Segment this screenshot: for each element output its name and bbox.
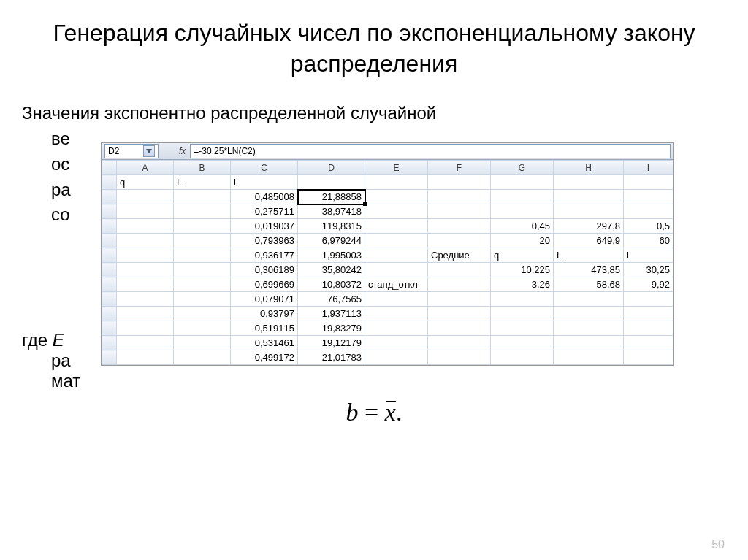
cell[interactable]: 473,85 (554, 263, 624, 277)
cell[interactable] (174, 336, 231, 350)
cell[interactable] (298, 175, 365, 190)
cell[interactable] (491, 190, 554, 204)
cell[interactable]: 0,93797 (231, 307, 298, 321)
row-header[interactable] (102, 190, 117, 204)
cell[interactable] (428, 219, 491, 234)
formula-bar[interactable]: =-30,25*LN(C2) (190, 144, 671, 158)
name-box[interactable]: D2 (104, 144, 159, 158)
cell[interactable]: 21,88858 (298, 190, 365, 204)
cell[interactable] (428, 350, 491, 365)
cell[interactable] (428, 292, 491, 307)
cell[interactable]: 1,995003 (298, 248, 365, 263)
cell[interactable] (491, 321, 554, 336)
cell[interactable] (174, 321, 231, 336)
cell[interactable] (491, 336, 554, 350)
cell[interactable]: 60 (624, 234, 673, 248)
cell[interactable]: 76,7565 (298, 292, 365, 307)
row-header[interactable] (102, 234, 117, 248)
row-header[interactable] (102, 219, 117, 234)
cell[interactable] (624, 175, 673, 190)
cell[interactable] (428, 321, 491, 336)
col-header-B[interactable]: B (174, 161, 231, 175)
grid[interactable]: A B C D E F G H I qLl0,48500821,888580,2… (102, 160, 673, 365)
row-header[interactable] (102, 277, 117, 292)
cell[interactable] (491, 175, 554, 190)
cell[interactable] (554, 307, 624, 321)
cell[interactable]: 10,80372 (298, 277, 365, 292)
cell[interactable]: 0,45 (491, 219, 554, 234)
cell[interactable]: 3,26 (491, 277, 554, 292)
cell[interactable]: 0,531461 (231, 336, 298, 350)
row-header[interactable] (102, 292, 117, 307)
cell[interactable]: 649,9 (554, 234, 624, 248)
cell[interactable] (491, 204, 554, 219)
cell[interactable] (365, 263, 428, 277)
cell[interactable]: q (491, 248, 554, 263)
cell[interactable] (117, 350, 174, 365)
cell[interactable]: станд_откл (365, 277, 428, 292)
cell[interactable]: q (117, 175, 174, 190)
cell[interactable]: 10,225 (491, 263, 554, 277)
cell[interactable] (365, 175, 428, 190)
cell[interactable] (117, 234, 174, 248)
cell[interactable] (554, 190, 624, 204)
cell[interactable] (428, 204, 491, 219)
cell[interactable]: 1,937113 (298, 307, 365, 321)
cell[interactable] (554, 350, 624, 365)
cell[interactable] (428, 263, 491, 277)
cell[interactable] (365, 321, 428, 336)
cell[interactable] (554, 175, 624, 190)
cell[interactable] (365, 234, 428, 248)
row-header[interactable] (102, 248, 117, 263)
cell[interactable]: Средние (428, 248, 491, 263)
row-header[interactable] (102, 307, 117, 321)
col-header-E[interactable]: E (365, 161, 428, 175)
cell[interactable] (365, 190, 428, 204)
cell[interactable] (624, 292, 673, 307)
cell[interactable] (365, 204, 428, 219)
cell[interactable]: l (231, 175, 298, 190)
cell[interactable] (117, 248, 174, 263)
cell[interactable] (624, 204, 673, 219)
col-header-C[interactable]: C (231, 161, 298, 175)
cell[interactable] (174, 234, 231, 248)
cell[interactable]: 297,8 (554, 219, 624, 234)
cell[interactable] (624, 350, 673, 365)
row-header[interactable] (102, 204, 117, 219)
cell[interactable]: 21,01783 (298, 350, 365, 365)
cell[interactable]: L (174, 175, 231, 190)
cell[interactable]: l (624, 248, 673, 263)
cell[interactable] (491, 307, 554, 321)
col-header-F[interactable]: F (428, 161, 491, 175)
cell[interactable] (117, 321, 174, 336)
cell[interactable] (554, 292, 624, 307)
col-header-I[interactable]: I (624, 161, 673, 175)
cell[interactable]: 19,12179 (298, 336, 365, 350)
cell[interactable] (174, 190, 231, 204)
cell[interactable] (365, 292, 428, 307)
row-header[interactable] (102, 263, 117, 277)
cell[interactable]: 0,699669 (231, 277, 298, 292)
cell[interactable]: 20 (491, 234, 554, 248)
cell[interactable]: 0,019037 (231, 219, 298, 234)
col-header-A[interactable]: A (117, 161, 174, 175)
cell[interactable] (554, 204, 624, 219)
cell[interactable] (117, 190, 174, 204)
fx-icon[interactable]: fx (179, 146, 186, 156)
cell[interactable] (174, 292, 231, 307)
cell[interactable] (365, 350, 428, 365)
cell[interactable] (117, 307, 174, 321)
cell[interactable]: 9,92 (624, 277, 673, 292)
cell[interactable] (428, 336, 491, 350)
cell[interactable]: 0,499172 (231, 350, 298, 365)
cell[interactable] (117, 204, 174, 219)
cell[interactable] (365, 248, 428, 263)
cell[interactable] (428, 190, 491, 204)
cell[interactable] (174, 307, 231, 321)
cell[interactable] (174, 204, 231, 219)
col-header-H[interactable]: H (554, 161, 624, 175)
row-header[interactable] (102, 336, 117, 350)
name-box-dropdown-icon[interactable] (143, 145, 155, 157)
cell[interactable] (174, 350, 231, 365)
select-all-corner[interactable] (102, 161, 117, 175)
